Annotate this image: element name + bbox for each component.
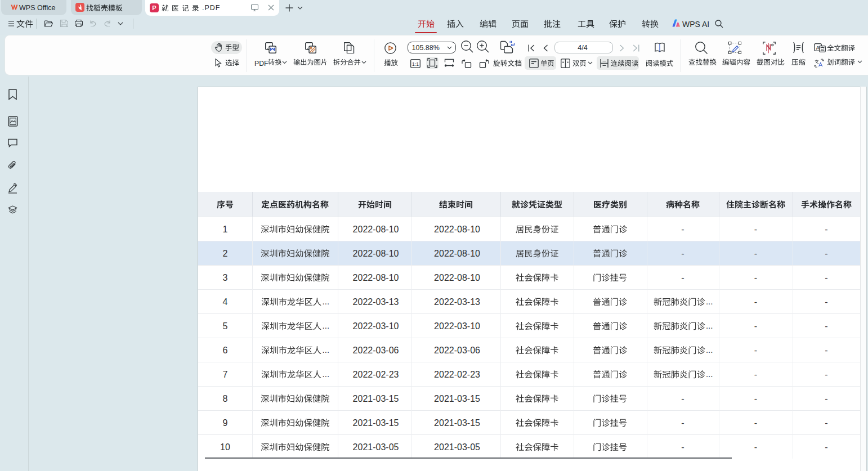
- svg-text:P: P: [152, 5, 156, 11]
- svg-text:1:1: 1:1: [412, 61, 419, 67]
